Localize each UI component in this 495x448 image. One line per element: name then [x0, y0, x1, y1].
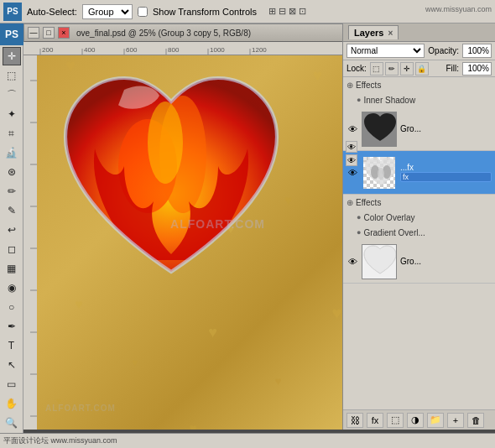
eye-btn-1[interactable]: 👁: [346, 141, 357, 153]
inner-shadow-label: Inner Shadow: [363, 96, 415, 105]
svg-text:♥: ♥: [332, 304, 342, 322]
ps-icon-area: PS: [3, 3, 22, 21]
tools-panel: ✛ ⬚ ⌒ ✦ ⌗ 🔬 ⊛ ✏ ✎ ↩ ◻ ▦ ◉ ○ ✒ T ↖ ▭ ✋ 🔍: [0, 45, 23, 448]
layer-group-button[interactable]: 📁: [427, 413, 444, 428]
layer-row-2[interactable]: 👁: [343, 151, 495, 195]
lock-position-button[interactable]: ✛: [400, 62, 414, 76]
path-selection-tool[interactable]: ↖: [3, 356, 21, 374]
eyedropper-tool[interactable]: 🔬: [3, 143, 21, 162]
layer-adjustment-button[interactable]: ◑: [407, 413, 424, 428]
layer-thumbnail-3: [362, 244, 397, 279]
clone-stamp-tool[interactable]: ✎: [3, 201, 21, 220]
eraser-tool[interactable]: ◻: [3, 240, 21, 258]
effects-label-2: Effects: [356, 198, 381, 207]
layer-row-1[interactable]: 👁 Gro...: [343, 107, 495, 151]
top-toolbar: PS Auto-Select: Group Layer Show Transfo…: [0, 0, 495, 23]
layer-visibility-2[interactable]: 👁: [346, 167, 358, 179]
move-tool[interactable]: ✛: [3, 47, 21, 65]
layers-tab-bar: Layers ×: [343, 23, 495, 42]
blur-tool[interactable]: ◉: [3, 279, 21, 297]
layer-info-3: Gro...: [400, 257, 492, 266]
layer-name-3: Gro...: [400, 257, 492, 266]
layers-bottom-controls: ⛓ fx ⬚ ◑ 📁 + 🗑: [343, 409, 495, 430]
photoshop-logo: PS: [0, 23, 23, 45]
layer-link-button[interactable]: ⛓: [346, 413, 363, 428]
layers-list: ⊕ Effects ● Inner Shadow 👁: [343, 77, 495, 409]
minimize-button[interactable]: —: [28, 27, 39, 39]
effects-label-1: Effects: [356, 81, 381, 90]
gradient-tool[interactable]: ▦: [3, 259, 21, 278]
lock-label: Lock:: [346, 64, 367, 73]
svg-text:♥: ♥: [132, 357, 138, 367]
main-area: PS ✛ ⬚ ⌒ ✦ ⌗ 🔬 ⊛ ✏ ✎ ↩ ◻ ▦ ◉ ○ ✒ T ↖ ▭ ✋…: [0, 23, 495, 430]
magic-wand-tool[interactable]: ✦: [3, 105, 21, 123]
crop-tool[interactable]: ⌗: [3, 124, 21, 143]
vertical-ruler: [23, 55, 37, 430]
gradient-overlay-effect: ● Gradient Overl...: [343, 225, 495, 240]
lock-transparent-button[interactable]: ⬚: [370, 62, 383, 76]
effect-bullet-3: ●: [357, 228, 361, 237]
layer-fx-button[interactable]: fx: [367, 413, 383, 428]
show-transform-label: Show Transform Controls: [153, 7, 257, 17]
ps-logo-text: PS: [7, 7, 18, 16]
effects-expand-icon-1[interactable]: ⊕: [346, 81, 353, 90]
effect-bullet-1: ●: [357, 96, 361, 104]
eye-btn-2[interactable]: 👁: [346, 154, 357, 166]
svg-text:600: 600: [126, 46, 138, 54]
layer-visibility-3[interactable]: 👁: [346, 256, 358, 268]
layers-tab[interactable]: Layers ×: [348, 25, 399, 39]
blend-mode-select[interactable]: Normal Multiply Screen Overlay: [346, 44, 425, 58]
layer-name-2: ...fx: [400, 163, 492, 172]
layers-tab-close[interactable]: ×: [388, 29, 393, 38]
svg-text:200: 200: [42, 46, 54, 54]
inner-shadow-effect: ● Inner Shadow: [343, 92, 495, 107]
text-tool[interactable]: T: [3, 336, 21, 355]
layer-mask-button[interactable]: ⬚: [387, 413, 404, 428]
shape-tool[interactable]: ▭: [3, 375, 21, 393]
auto-select-label: Auto-Select:: [27, 7, 77, 17]
svg-text:♥: ♥: [56, 396, 62, 406]
maximize-button[interactable]: □: [43, 27, 55, 39]
svg-text:♥: ♥: [313, 67, 322, 84]
fill-label: Fill:: [446, 64, 459, 73]
svg-text:♥: ♥: [275, 375, 282, 388]
opacity-input[interactable]: [462, 44, 492, 58]
effects-header-1: ⊕ Effects: [343, 77, 495, 92]
layer-visibility-1[interactable]: 👁: [346, 123, 358, 135]
brush-tool[interactable]: ✏: [3, 182, 21, 201]
color-overlay-effect: ● Color Overlay: [343, 210, 495, 225]
layer-delete-button[interactable]: 🗑: [467, 413, 484, 428]
auto-select-dropdown[interactable]: Group Layer: [82, 4, 133, 19]
close-button[interactable]: ×: [58, 27, 70, 39]
layer-row-3[interactable]: 👁 Gro...: [343, 240, 495, 284]
layer-thumbnail-1: [362, 112, 397, 147]
layer-thumbnail-2: [362, 155, 397, 190]
effects-header-2: ⊕ Effects: [343, 195, 495, 210]
layer-new-button[interactable]: +: [447, 413, 464, 428]
svg-text:♥: ♥: [189, 421, 196, 430]
lock-all-button[interactable]: 🔒: [415, 62, 429, 76]
layers-panel: Layers × Normal Multiply Screen Overlay …: [342, 23, 495, 430]
dodge-tool[interactable]: ○: [3, 298, 21, 316]
layer-info-2: ...fx fx: [400, 163, 492, 182]
toolbar-icons: ⊞ ⊟ ⊠ ⊡: [268, 6, 306, 17]
history-brush-tool[interactable]: ↩: [3, 221, 21, 239]
status-bar: 平面设计论坛 www.missyuan.com: [0, 433, 495, 448]
svg-point-57: [378, 168, 384, 180]
effects-expand-icon-2[interactable]: ⊕: [346, 198, 353, 207]
marquee-tool[interactable]: ⬚: [3, 66, 21, 85]
hand-tool[interactable]: ✋: [3, 394, 21, 413]
show-transform-checkbox[interactable]: [138, 7, 148, 17]
healing-brush-tool[interactable]: ⊛: [3, 163, 21, 181]
lock-row: Lock: ⬚ ✏ ✛ 🔒 Fill:: [343, 60, 495, 77]
svg-text:1200: 1200: [252, 46, 267, 54]
pen-tool[interactable]: ✒: [3, 317, 21, 336]
lasso-tool[interactable]: ⌒: [3, 86, 21, 104]
svg-text:♥: ♥: [208, 324, 217, 341]
canvas-title: ove_final.psd @ 25% (Group 3 copy 5, RGB…: [76, 29, 251, 38]
fill-input[interactable]: [462, 62, 492, 76]
canvas-area: — □ × ove_final.psd @ 25% (Group 3 copy …: [23, 23, 495, 430]
zoom-tool[interactable]: 🔍: [3, 414, 21, 432]
lock-image-button[interactable]: ✏: [385, 62, 399, 76]
svg-rect-13: [23, 55, 37, 430]
